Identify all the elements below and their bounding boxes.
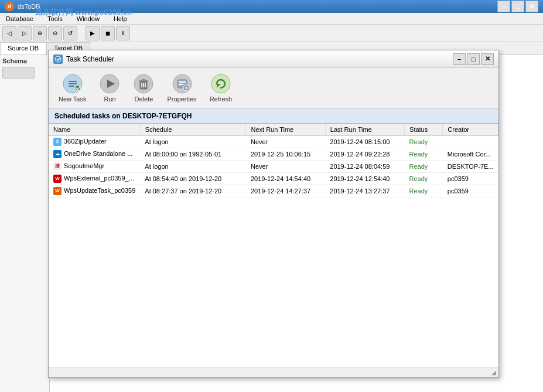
col-next-run: Next Run Time xyxy=(246,124,325,136)
row-name: ☁OneDrive Standalone ... xyxy=(49,148,140,161)
schema-input[interactable] xyxy=(2,67,35,79)
dialog-maximize-btn[interactable]: □ xyxy=(467,53,480,65)
col-creator: Creator xyxy=(443,124,498,136)
table-row[interactable]: 搜SogouImeMgr At logon Never 2019-12-24 0… xyxy=(49,161,498,173)
row-creator: Microsoft Cor... xyxy=(443,148,498,161)
row-creator: pc0359 xyxy=(443,173,498,185)
tasks-table-container[interactable]: Name Schedule Next Run Time Last Run Tim… xyxy=(49,124,498,367)
bg-toolbar: ◁ ▷ ⊕ ⊖ ↺ ▶ ◼ ⏸ xyxy=(0,25,543,42)
svg-rect-2 xyxy=(69,81,77,82)
dialog-close-btn[interactable]: ✕ xyxy=(481,53,494,65)
svg-rect-17 xyxy=(179,81,186,83)
new-task-label: New Task xyxy=(59,96,86,103)
new-task-icon xyxy=(62,73,83,94)
svg-rect-18 xyxy=(179,84,183,85)
run-icon xyxy=(99,73,120,94)
row-name: Z360ZipUpdater xyxy=(49,136,140,148)
col-status: Status xyxy=(405,124,443,136)
new-task-button[interactable]: New Task xyxy=(53,70,91,105)
row-last-run: 2019-12-24 12:54:40 xyxy=(325,173,404,185)
col-last-run: Last Run Time xyxy=(325,124,404,136)
tb-btn-2[interactable]: ▷ xyxy=(18,26,32,40)
row-creator: pc0359 xyxy=(443,185,498,197)
tb-btn-4[interactable]: ⊖ xyxy=(48,26,62,40)
tb-btn-1[interactable]: ◁ xyxy=(2,26,16,40)
svg-point-0 xyxy=(55,56,61,62)
tb-btn-7[interactable]: ◼ xyxy=(101,26,115,40)
row-status: Ready xyxy=(405,148,443,161)
tb-btn-5[interactable]: ↺ xyxy=(63,26,77,40)
tb-btn-3[interactable]: ⊕ xyxy=(33,26,47,40)
delete-icon xyxy=(133,73,154,94)
row-status: Ready xyxy=(405,173,443,185)
row-schedule: At logon xyxy=(140,161,246,173)
run-label: Run xyxy=(104,96,115,103)
row-last-run: 2019-12-24 13:27:37 xyxy=(325,185,404,197)
refresh-label: Refresh xyxy=(210,96,233,103)
scheduled-tasks-header: Scheduled tasks on DESKTOP-7ETGFQH xyxy=(49,109,498,124)
row-next-run: Never xyxy=(246,161,325,173)
row-next-run: Never xyxy=(246,136,325,148)
row-schedule: At 08:54:40 on 2019-12-20 xyxy=(140,173,246,185)
table-row[interactable]: WWpsExternal_pc0359_... At 08:54:40 on 2… xyxy=(49,173,498,185)
table-row[interactable]: Z360ZipUpdater At logon Never 2019-12-24… xyxy=(49,136,498,148)
tb-btn-8[interactable]: ⏸ xyxy=(116,26,130,40)
row-last-run: 2019-12-24 09:22:28 xyxy=(325,148,404,161)
row-next-run: 2019-12-24 14:27:37 xyxy=(246,185,325,197)
resize-handle-icon: ◢ xyxy=(491,369,496,376)
bg-maximize-btn[interactable]: □ xyxy=(511,1,524,12)
dialog-toolbar: New Task Run xyxy=(49,68,498,109)
row-creator: DESKTOP-7E... xyxy=(443,161,498,173)
delete-label: Delete xyxy=(135,96,153,103)
row-schedule: At 08:27:37 on 2019-12-20 xyxy=(140,185,246,197)
tasks-table: Name Schedule Next Run Time Last Run Tim… xyxy=(49,124,498,197)
sidebar: Schema xyxy=(0,55,50,392)
row-status: Ready xyxy=(405,185,443,197)
dialog-status-bar: ◢ xyxy=(49,367,498,377)
tab-source-db[interactable]: Source DB xyxy=(0,42,46,54)
col-schedule: Schedule xyxy=(140,124,246,136)
dialog-minimize-btn[interactable]: – xyxy=(453,53,466,65)
svg-rect-4 xyxy=(69,86,74,87)
row-next-run: 2019-12-25 10:06:15 xyxy=(246,148,325,161)
row-name: WWpsUpdateTask_pc0359 xyxy=(49,185,140,197)
sidebar-schema-label: Schema xyxy=(2,57,47,64)
dialog-icon xyxy=(53,54,63,64)
svg-rect-3 xyxy=(69,83,77,84)
dialog-title: Task Scheduler xyxy=(66,55,453,63)
table-header-row: Name Schedule Next Run Time Last Run Tim… xyxy=(49,124,498,136)
properties-label: Properties xyxy=(167,96,196,103)
dialog-window-controls: – □ ✕ xyxy=(453,53,494,65)
refresh-button[interactable]: Refresh xyxy=(204,70,238,105)
delete-button[interactable]: Delete xyxy=(128,70,159,105)
row-status: Ready xyxy=(405,161,443,173)
properties-button[interactable]: Properties xyxy=(162,70,202,105)
run-button[interactable]: Run xyxy=(94,70,125,105)
row-last-run: 2019-12-24 08:04:59 xyxy=(325,161,404,173)
menu-database[interactable]: Database xyxy=(2,14,37,23)
table-row[interactable]: WWpsUpdateTask_pc0359 At 08:27:37 on 201… xyxy=(49,185,498,197)
bg-close-btn[interactable]: ✕ xyxy=(525,1,538,12)
row-status: Ready xyxy=(405,136,443,148)
watermark: 迅东软件网 www.pc0359.cn xyxy=(35,7,132,18)
bg-minimize-btn[interactable]: – xyxy=(497,1,510,12)
row-last-run: 2019-12-24 08:15:00 xyxy=(325,136,404,148)
task-scheduler-dialog: Task Scheduler – □ ✕ New Task xyxy=(48,50,499,378)
row-creator xyxy=(443,136,498,148)
app-logo-icon: d xyxy=(5,2,14,11)
row-schedule: At 08:00:00 on 1992-05-01 xyxy=(140,148,246,161)
col-name: Name xyxy=(49,124,140,136)
row-next-run: 2019-12-24 14:54:40 xyxy=(246,173,325,185)
tb-btn-6[interactable]: ▶ xyxy=(86,26,100,40)
row-name: 搜SogouImeMgr xyxy=(49,161,140,173)
row-schedule: At logon xyxy=(140,136,246,148)
refresh-icon xyxy=(210,73,231,94)
dialog-titlebar: Task Scheduler – □ ✕ xyxy=(49,50,498,68)
properties-icon xyxy=(172,73,193,94)
table-row[interactable]: ☁OneDrive Standalone ... At 08:00:00 on … xyxy=(49,148,498,161)
svg-rect-11 xyxy=(142,79,145,81)
row-name: WWpsExternal_pc0359_... xyxy=(49,173,140,185)
